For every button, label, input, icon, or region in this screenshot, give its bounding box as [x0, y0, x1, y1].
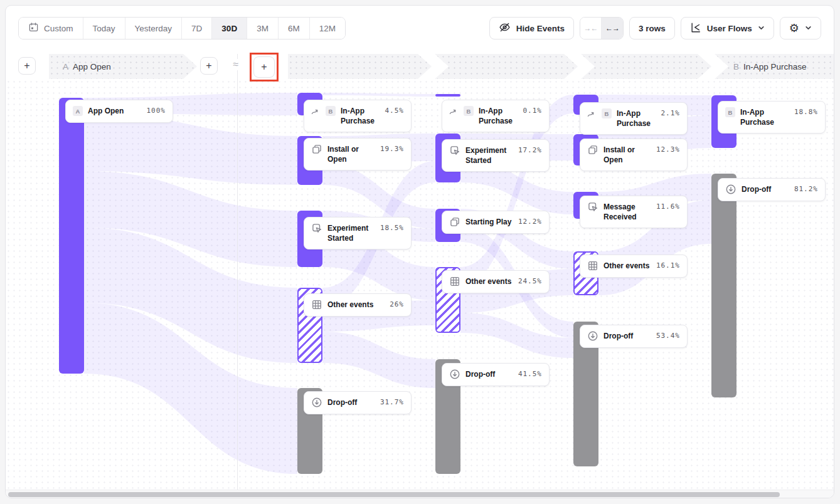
step-badge-a: A: [63, 62, 68, 71]
node-label: In-App Purchase: [740, 107, 789, 127]
node-percentage: 18.5%: [380, 223, 404, 234]
node-percentage: 81.2%: [794, 184, 818, 195]
node-label: Drop-off: [742, 184, 789, 194]
node-label: Message Received: [603, 202, 651, 222]
node-percentage: 16.1%: [656, 261, 680, 271]
drop-off-node-card[interactable]: Drop-off53.4%: [580, 325, 688, 348]
node-label: Drop-off: [327, 397, 375, 407]
node-label: Starting Play: [465, 217, 513, 227]
node-label: Drop-off: [465, 369, 513, 379]
node-percentage: 12.3%: [656, 145, 680, 155]
trend-icon: [587, 108, 597, 119]
flow-step-segment-start[interactable]: A App Open: [49, 54, 197, 79]
annotation-highlight-box: [250, 53, 279, 81]
eye-off-icon: [499, 21, 511, 35]
node-percentage: 24.5%: [518, 276, 542, 287]
grid-icon: [449, 276, 460, 287]
node-label: In-App Purchase: [479, 106, 518, 126]
node-percentage: 26%: [390, 300, 404, 310]
date-range-3m[interactable]: 3M: [247, 18, 278, 39]
flow-end-step-label: In-App Purchase: [743, 62, 807, 71]
node-percentage: 12.2%: [518, 217, 542, 228]
flow-step-segment-end[interactable]: B In-App Purchase: [715, 54, 834, 79]
expand-columns-button[interactable]: ←→: [602, 18, 623, 39]
drop-off-bar[interactable]: [711, 174, 736, 397]
other-events-node-card[interactable]: Other events26%: [304, 293, 412, 317]
in-app-purchase-bar[interactable]: [435, 94, 460, 97]
node-label: Other events: [327, 300, 385, 310]
node-percentage: 19.3%: [380, 144, 404, 155]
flow-step-segment-2[interactable]: [288, 54, 432, 79]
hide-events-button[interactable]: Hide Events: [489, 17, 574, 39]
node-label: Install or Open: [327, 144, 375, 164]
node-percentage: 41.5%: [518, 369, 542, 380]
node-percentage: 100%: [147, 106, 166, 117]
event-badge: B: [725, 107, 735, 117]
horizontal-scrollbar-thumb[interactable]: [8, 492, 780, 497]
in-app-purchase-node-card[interactable]: BIn-App Purchase4.5%: [304, 100, 412, 132]
flow-step-segment-3[interactable]: [435, 54, 578, 79]
date-range-custom[interactable]: Custom: [19, 18, 83, 39]
node-percentage: 2.1%: [661, 108, 681, 119]
event-badge: A: [73, 106, 83, 116]
date-range-7d[interactable]: 7D: [181, 18, 211, 39]
flow-start-step-label: App Open: [73, 62, 111, 71]
column-width-segmented-control: →← ←→: [580, 17, 624, 39]
other-events-node-card[interactable]: Other events16.1%: [580, 255, 688, 278]
other-events-node-card[interactable]: Other events24.5%: [442, 270, 550, 293]
node-label: Other events: [465, 276, 513, 286]
app-open-bar[interactable]: [59, 98, 84, 374]
date-range-30d[interactable]: 30D: [211, 18, 247, 39]
date-range-6m[interactable]: 6M: [278, 18, 309, 39]
trend-icon: [311, 106, 321, 117]
flow-step-segment-4[interactable]: [581, 54, 711, 79]
add-step-after-anchor-button[interactable]: +: [200, 57, 218, 75]
settings-button[interactable]: ⚙: [780, 17, 821, 39]
date-range-yesterday[interactable]: Yesterday: [125, 18, 182, 39]
drop-off-node-card[interactable]: Drop-off41.5%: [442, 363, 550, 386]
date-range-today[interactable]: Today: [83, 18, 125, 39]
add-step-before-button[interactable]: +: [18, 57, 36, 75]
toolbar: CustomTodayYesterday7D30D3M6M12M Hide Ev…: [6, 6, 834, 50]
experiment-started-node-card[interactable]: Experiment Started17.2%: [442, 139, 550, 172]
starting-play-node-card[interactable]: Starting Play12.2%: [442, 211, 550, 234]
chevron-down-icon: [805, 24, 812, 33]
message-received-node-card[interactable]: Message Received11.6%: [580, 196, 688, 228]
in-app-purchase-node-card[interactable]: BIn-App Purchase0.1%: [442, 100, 550, 132]
drop-off-node-card[interactable]: Drop-off81.2%: [718, 178, 826, 201]
collapse-columns-button[interactable]: →←: [580, 18, 602, 39]
calendar-icon: [28, 22, 39, 34]
approx-symbol: ≈: [229, 59, 243, 70]
grid-icon: [587, 261, 598, 271]
step-divider-line: [237, 54, 238, 490]
dropoff-icon: [449, 369, 460, 380]
in-app-purchase-node-card[interactable]: BIn-App Purchase18.8%: [718, 101, 826, 134]
flows-canvas: AApp Open100%BIn-App Purchase4.5%Install…: [6, 6, 834, 498]
node-label: Drop-off: [603, 331, 651, 341]
node-label: Other events: [603, 261, 651, 271]
event-badge: B: [464, 106, 474, 116]
install-or-open-node-card[interactable]: Install or Open12.3%: [580, 139, 688, 171]
rows-button[interactable]: 3 rows: [629, 17, 675, 39]
view-selector-label: User Flows: [707, 24, 752, 33]
trend-icon: [449, 106, 459, 117]
windows-icon: [449, 217, 460, 228]
in-app-purchase-node-card[interactable]: BIn-App Purchase2.1%: [580, 102, 688, 135]
node-label: Experiment Started: [465, 145, 513, 165]
event-badge: B: [602, 108, 612, 118]
node-percentage: 18.8%: [794, 107, 818, 118]
drop-off-node-card[interactable]: Drop-off31.7%: [304, 391, 412, 414]
windows-icon: [587, 145, 598, 155]
node-percentage: 0.1%: [523, 106, 543, 117]
expand-columns-icon: ←→: [605, 24, 619, 33]
click-icon: [587, 202, 598, 213]
app-open-node-card[interactable]: AApp Open100%: [65, 100, 173, 123]
user-flows-icon: [690, 22, 701, 35]
dropoff-icon: [587, 331, 598, 342]
collapse-columns-icon: →←: [584, 24, 598, 33]
experiment-started-node-card[interactable]: Experiment Started18.5%: [304, 217, 412, 249]
install-or-open-node-card[interactable]: Install or Open19.3%: [304, 138, 412, 171]
view-selector-button[interactable]: User Flows: [681, 17, 774, 39]
date-range-12m[interactable]: 12M: [309, 18, 345, 39]
event-badge: B: [326, 106, 336, 116]
